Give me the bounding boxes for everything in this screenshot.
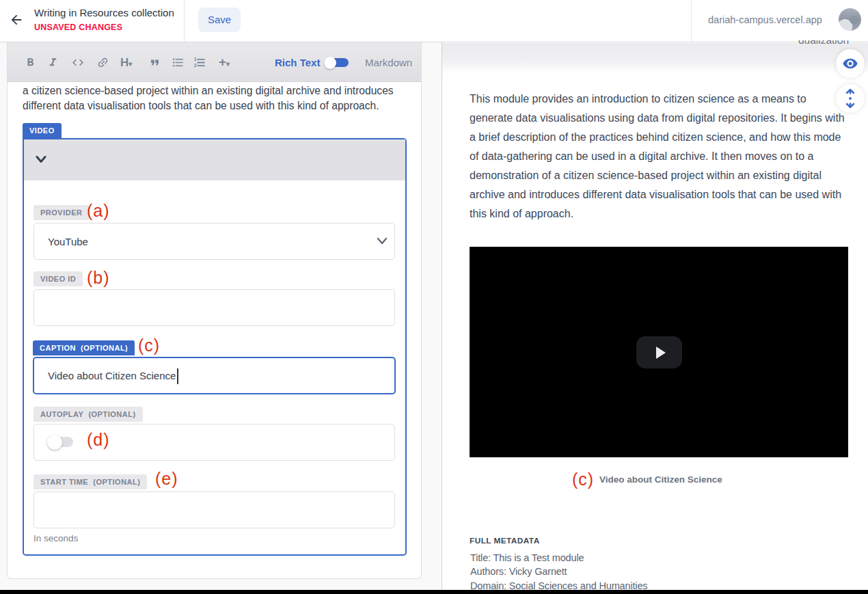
svg-text:2: 2 [194, 63, 197, 68]
svg-text:1: 1 [194, 57, 197, 62]
